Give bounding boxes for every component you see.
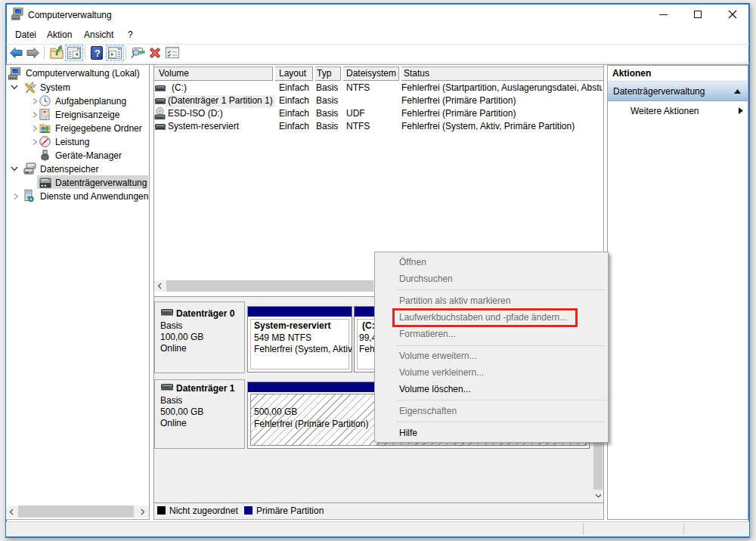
svg-text:?: ? [94, 48, 101, 59]
